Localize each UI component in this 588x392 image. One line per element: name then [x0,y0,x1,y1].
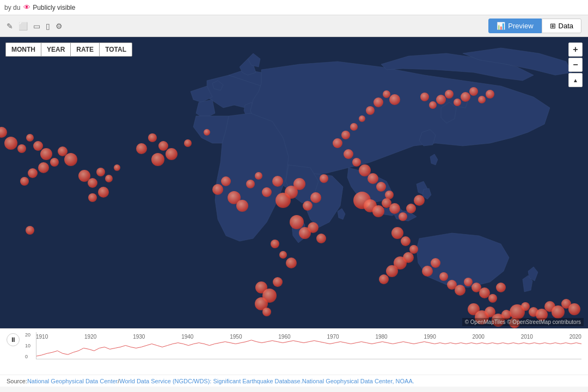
author-label: by du [4,4,20,11]
earthquake-dot [255,172,262,180]
source-label: Source: [7,378,27,384]
earthquake-dot [166,148,177,160]
earthquake-dot [88,193,97,202]
filter-rate[interactable]: RATE [70,42,99,57]
earthquake-dot [184,139,192,147]
earthquake-dot [320,174,328,183]
earthquake-dot [271,240,279,248]
earthquake-dot [221,176,231,186]
zoom-out-button[interactable]: − [568,58,583,72]
y-label-20: 20 [25,332,30,338]
earthquake-dot [262,187,272,197]
eye-icon: 👁 [23,3,30,11]
earthquake-dot [461,92,470,102]
earthquake-dot [88,178,97,188]
earthquake-dot [521,302,530,311]
earthquake-dot [344,149,353,159]
earthquake-dot [439,272,448,281]
earthquake-dot [286,258,297,268]
earthquake-dot [96,168,105,176]
earthquake-dot [333,138,342,148]
earthquake-dot [414,195,425,206]
earthquake-dot [20,177,29,186]
earthquake-dot [26,226,34,235]
earthquake-dot [429,101,437,109]
filter-year[interactable]: YEAR [41,42,70,57]
earthquake-dot [136,143,147,154]
earthquake-dot [478,96,486,103]
earthquake-dot [372,205,384,217]
earthquake-dot [64,153,77,166]
earthquake-dot [486,90,494,99]
tablet-icon[interactable]: ▭ [33,22,40,30]
settings-icon[interactable]: ⚙ [56,22,63,30]
filter-buttons: MONTH YEAR RATE TOTAL [5,42,132,57]
earthquake-dot [350,123,358,131]
reset-button[interactable]: ▲ [568,73,583,87]
earthquake-dot [373,97,383,107]
earthquake-dot [496,283,506,292]
y-axis-labels: 20 10 0 [25,332,30,359]
earthquake-dot [406,204,416,213]
earthquake-dot [422,266,433,277]
map-container[interactable]: MONTH YEAR RATE TOTAL + − ▲ © OpenMapTil… [0,37,588,328]
monitor-icon[interactable]: ⬜ [19,22,28,30]
earthquake-dot [436,95,446,105]
timeline-chart[interactable] [36,332,581,359]
filter-month[interactable]: MONTH [5,42,41,57]
earthquake-dot [379,274,389,284]
earthquake-dot [469,87,478,96]
view-toggle: 📊 Preview ⊞ Data [488,19,581,33]
earthquake-dot [4,137,17,150]
earthquake-dot [105,175,113,182]
earthquake-dot [386,265,398,277]
source-link-3[interactable]: National Geophysical Data Center, NOAA. [302,378,414,384]
data-button[interactable]: ⊞ Data [542,19,581,33]
earthquake-dot [401,236,411,246]
earthquake-dot [310,192,321,203]
earthquake-dot [279,251,287,259]
earthquake-dot [246,180,255,188]
table-icon: ⊞ [550,22,556,30]
earthquake-dot [204,129,210,136]
map-controls: + − ▲ [568,42,583,87]
source-bar: Source: National Geophysical Data Center… [0,375,588,387]
source-link-1[interactable]: National Geophysical Data Center [27,378,118,384]
timeline-top: ⏸ 20 10 0 1910 1920 1930 1940 1950 1960 [7,332,581,365]
earthquake-dot [316,234,326,243]
earthquake-dot [464,278,473,286]
preview-label: Preview [508,22,533,30]
earthquake-dot [445,90,454,99]
earthquake-dot [40,148,52,160]
source-link-2[interactable]: World Data Service (NGDC/WDS): Significa… [119,378,302,384]
visibility-indicator: 👁 Publicly visible [23,3,75,11]
earthquake-dot [455,285,465,296]
pencil-icon[interactable]: ✎ [7,22,13,30]
phone-icon[interactable]: ▯ [46,22,50,30]
earthquake-dot [28,168,38,178]
earthquake-dot [454,99,461,106]
filter-total[interactable]: TOTAL [99,42,132,57]
earthquake-dot [290,215,304,229]
earthquake-dot [303,201,313,211]
play-pause-button[interactable]: ⏸ [7,333,20,346]
earthquake-dot [341,131,350,139]
earthquake-dot [98,187,109,198]
earthquake-dot [212,184,223,195]
preview-button[interactable]: 📊 Preview [488,19,541,33]
y-label-10: 10 [25,343,30,348]
earthquake-dot [376,182,386,192]
earthquake-dot [568,303,580,315]
earthquake-dot [114,164,120,171]
earthquake-dot [17,144,26,153]
chart-icon: 📊 [497,22,505,30]
earthquake-dot [50,158,59,167]
earthquake-dot [389,94,400,105]
earthquake-dot [352,158,361,167]
map-attribution: © OpenMapTiles © OpenStreetMap contribut… [462,318,584,326]
earthquake-dot [488,294,497,303]
zoom-in-button[interactable]: + [568,42,583,57]
data-label: Data [559,22,573,30]
earthquake-dot [389,203,400,214]
earthquake-dot [26,134,34,142]
